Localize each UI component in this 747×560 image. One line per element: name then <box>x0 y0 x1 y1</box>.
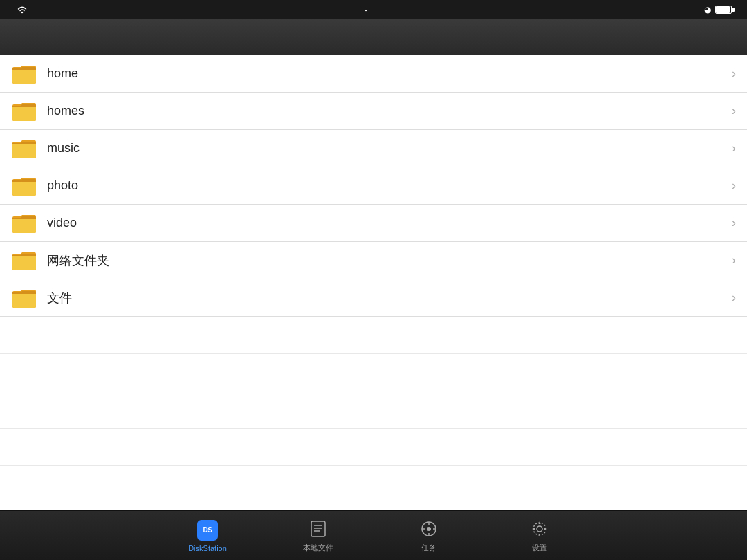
folder-icon <box>11 212 37 234</box>
tab-settings[interactable]: 设置 <box>484 512 595 559</box>
folder-item-files[interactable]: 文件 › <box>0 279 747 317</box>
folder-name: 网络文件夹 <box>47 252 732 269</box>
chevron-right-icon: › <box>732 216 736 230</box>
folder-item-home[interactable]: home › <box>0 55 747 93</box>
tab-label-diskstation: DiskStation <box>188 544 227 552</box>
status-bar-left <box>11 6 28 14</box>
tab-bar: DS DiskStation 本地文件 任务 <box>0 510 747 560</box>
folder-item-music[interactable]: music › <box>0 130 747 167</box>
status-bar-center: - <box>365 5 367 15</box>
chevron-right-icon: › <box>732 178 736 193</box>
tab-icon-settings <box>528 518 551 540</box>
tab-label-local-files: 本地文件 <box>303 543 333 553</box>
local-files-icon <box>308 519 328 539</box>
status-bar: - ◕ <box>0 0 747 19</box>
folder-name: photo <box>47 178 732 193</box>
tab-local-files[interactable]: 本地文件 <box>263 512 374 559</box>
tab-icon-local-files <box>307 518 329 540</box>
folder-name: music <box>47 141 732 156</box>
folder-item-network-folder[interactable]: 网络文件夹 › <box>0 242 747 279</box>
chevron-right-icon: › <box>732 66 736 81</box>
folder-icon <box>11 287 37 309</box>
svg-point-5 <box>427 527 431 531</box>
battery-bar <box>715 6 732 14</box>
chevron-right-icon: › <box>732 290 736 305</box>
empty-row <box>0 429 747 466</box>
empty-row <box>0 317 747 354</box>
lock-icon: ◕ <box>704 5 711 15</box>
folder-icon <box>11 100 37 122</box>
folder-name: homes <box>47 104 732 118</box>
folder-item-video[interactable]: video › <box>0 205 747 242</box>
status-bar-right: ◕ <box>704 5 736 15</box>
tab-icon-tasks <box>418 518 440 540</box>
wifi-icon <box>17 6 28 14</box>
folder-item-photo[interactable]: photo › <box>0 167 747 205</box>
chevron-right-icon: › <box>732 104 736 118</box>
svg-point-11 <box>533 523 546 535</box>
empty-row <box>0 391 747 429</box>
svg-rect-0 <box>311 521 325 536</box>
folder-item-homes[interactable]: homes › <box>0 93 747 130</box>
chevron-right-icon: › <box>732 141 736 156</box>
folder-name: home <box>47 66 732 81</box>
folder-name: video <box>47 216 732 230</box>
status-separator: - <box>365 5 367 15</box>
tab-bar-inner: DS DiskStation 本地文件 任务 <box>152 512 595 559</box>
folder-name: 文件 <box>47 290 732 306</box>
settings-icon <box>530 519 549 539</box>
folder-icon <box>11 63 37 85</box>
empty-row <box>0 354 747 391</box>
battery-fill <box>716 6 730 13</box>
title-bar <box>0 19 747 55</box>
tasks-icon <box>419 519 439 539</box>
tab-icon-diskstation: DS <box>196 519 219 541</box>
empty-row <box>0 466 747 503</box>
tab-diskstation[interactable]: DS DiskStation <box>152 512 263 559</box>
folder-icon <box>11 250 37 272</box>
folder-icon <box>11 175 37 197</box>
tab-tasks[interactable]: 任务 <box>374 512 484 559</box>
tab-label-tasks: 任务 <box>421 543 436 553</box>
tab-label-settings: 设置 <box>532 543 547 553</box>
chevron-right-icon: › <box>732 253 736 268</box>
file-list: home › homes › music › <box>0 55 747 510</box>
svg-point-10 <box>537 526 542 532</box>
diskstation-icon: DS <box>197 520 218 541</box>
folder-icon <box>11 138 37 160</box>
